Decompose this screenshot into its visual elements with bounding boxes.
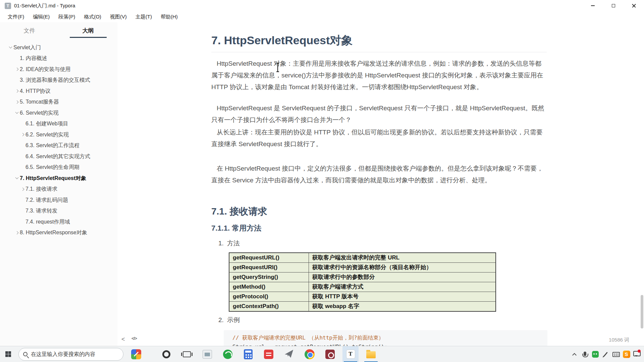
chevron-right-icon[interactable] [20, 187, 25, 192]
taskbar-maroon-app-button[interactable] [322, 346, 338, 362]
taskbar-paper-plane-button[interactable] [281, 346, 297, 362]
list-item[interactable]: 1. 方法 [211, 237, 547, 249]
list-item[interactable]: 2. 示例 [211, 314, 547, 326]
search-input[interactable] [31, 351, 115, 357]
tray-sogou-button[interactable] [621, 346, 632, 362]
outline-item[interactable]: 4. HTTP协议 [0, 86, 117, 97]
doc-heading-2[interactable]: 7.1. 接收请求 [211, 205, 547, 218]
method-cell: getContextPath() [229, 302, 309, 312]
taskbar-task-view-button[interactable] [179, 346, 195, 362]
minimize-button[interactable] [583, 0, 603, 11]
code-block[interactable]: // 获取客户端请求的完整URL （从http开始，到?前面结束） String… [224, 330, 547, 346]
taskbar-red-app-button[interactable] [261, 346, 277, 362]
tab-files[interactable]: 文件 [0, 24, 59, 39]
menu-item[interactable]: 格式(O) [79, 14, 106, 20]
outline-item[interactable]: Servlet入门 [0, 42, 117, 53]
method-cell: getQueryString() [229, 273, 309, 282]
chevron-right-icon[interactable] [14, 67, 20, 72]
outline-item[interactable]: 5. Tomcat服务器 [0, 97, 117, 108]
paragraph[interactable]: 从长远上讲：现在主要用的协议是 HTTP 协议，但以后可能出现更多新的协议。若以… [211, 126, 547, 150]
document: 7. HttpServletRequest对象 HttpServletReque… [117, 33, 644, 346]
menu-item[interactable]: 帮助(H) [156, 14, 182, 20]
editor-area[interactable]: 7. HttpServletRequest对象 HttpServletReque… [117, 22, 644, 346]
outline-item[interactable]: 7.3. 请求转发 [0, 206, 117, 217]
green-swirl-icon [223, 350, 232, 359]
dark-ring-icon [162, 350, 170, 358]
menu-item[interactable]: 视图(V) [106, 14, 131, 20]
chevron-right-icon[interactable] [20, 132, 25, 137]
outline-item[interactable]: 7.1. 接收请求 [0, 184, 117, 195]
tray-wechat-button[interactable] [590, 346, 600, 362]
table-row: getProtocol()获取 HTTP 版本号 [229, 292, 496, 302]
ink-pen-icon [603, 352, 608, 357]
outline-item[interactable]: 1. 内容概述 [0, 53, 117, 64]
source-code-mode-icon[interactable]: </> [131, 336, 137, 341]
doc-heading-1[interactable]: 7. HttpServletRequest对象 [211, 33, 547, 52]
paragraph[interactable]: HttpServletRequest 对象：主要作用是用来接收客户端发送过来的请… [211, 58, 547, 93]
taskbar-image-viewer-button[interactable] [199, 346, 215, 362]
outline-item[interactable]: 6. Servlet的实现 [0, 108, 117, 119]
description-cell: 获取请求行中的资源名称部分（项目名称开始） [309, 263, 496, 273]
chevron-down-icon[interactable] [14, 176, 20, 181]
list-marker: 1. [218, 237, 227, 249]
outline-item-label: 8. HttpServletResponse对象 [20, 229, 87, 236]
menu-item[interactable]: 主题(T) [131, 14, 156, 20]
outline-item[interactable]: 6.4. Servlet的其它实现方式 [0, 151, 117, 162]
methods-table-image[interactable]: getRequestURL()获取客户端发出请求时的完整 URLgetReque… [229, 252, 496, 312]
chevron-spacer [20, 208, 25, 214]
minimize-icon [591, 5, 595, 6]
start-button[interactable] [0, 346, 16, 362]
outline-item[interactable]: 3. 浏览器和服务器的交互模式 [0, 75, 117, 86]
maximize-icon [612, 4, 615, 7]
outline-item[interactable]: 7.4. request作用域 [0, 217, 117, 228]
outline-item-label: Servlet入门 [13, 44, 41, 51]
outline-item[interactable]: 6.2. Servlet的实现 [0, 129, 117, 140]
outline-item-label: 6.3. Servlet的工作流程 [25, 142, 79, 149]
chevron-spacer [14, 78, 20, 83]
tray-chevron-up-button[interactable] [569, 346, 580, 362]
outline-item[interactable]: 6.3. Servlet的工作流程 [0, 140, 117, 152]
maximize-button[interactable] [603, 0, 624, 11]
doc-heading-3[interactable]: 7.1.1. 常用方法 [211, 224, 547, 233]
taskbar-calculator-button[interactable] [240, 346, 256, 362]
taskbar-file-explorer-button[interactable] [363, 346, 379, 362]
chevron-right-icon[interactable] [14, 230, 20, 236]
outline-item[interactable]: 7. HttpServletRequest对象 [0, 173, 117, 184]
taskbar-typora-button[interactable] [342, 346, 359, 362]
menu-item[interactable]: 编辑(E) [29, 14, 54, 20]
chrome-icon [305, 349, 315, 359]
taskbar-green-swirl-button[interactable] [220, 346, 236, 362]
chevron-spacer [20, 165, 25, 170]
tray-notification-button[interactable] [632, 346, 642, 362]
tray-microphone-button[interactable] [580, 346, 590, 362]
outline-item[interactable]: 6.5. Servlet的生命周期 [0, 162, 117, 173]
sidebar-collapse-icon[interactable]: < [121, 336, 125, 343]
table-row: getQueryString()获取请求行中的参数部分 [229, 273, 496, 282]
paragraph[interactable]: 在 HttpServletRequest 接口中，定义的方法很多，但都是围绕接收… [211, 163, 547, 186]
chevron-right-icon[interactable] [14, 88, 20, 94]
vertical-scrollbar[interactable] [641, 295, 643, 328]
outline-item[interactable]: 6.1. 创建Web项目 [0, 119, 117, 130]
tray-keyboard-button[interactable] [611, 346, 621, 362]
tray-ink-pen-button[interactable] [600, 346, 611, 362]
menu-item[interactable]: 文件(F) [3, 14, 29, 20]
taskbar-paint-app-button[interactable] [128, 346, 144, 362]
image-viewer-icon [203, 350, 212, 359]
chevron-spacer [20, 197, 25, 203]
chevron-right-icon[interactable] [14, 100, 20, 105]
outline-item[interactable]: 7.2. 请求乱码问题 [0, 195, 117, 206]
menu-item[interactable]: 段落(P) [54, 14, 79, 20]
taskbar-search[interactable] [18, 348, 123, 361]
tab-outline[interactable]: 大纲 [59, 24, 117, 39]
paragraph[interactable]: HttpServletRequest 是 ServletRequest 的子接口… [211, 102, 547, 126]
chevron-down-icon[interactable] [8, 45, 13, 50]
title-bar: T 01-Servlet入门.md - Typora [0, 0, 644, 11]
outline-item-label: 6.2. Servlet的实现 [25, 131, 69, 138]
description-cell: 获取 HTTP 版本号 [309, 292, 496, 302]
outline-item[interactable]: 2. IDEA的安装与使用 [0, 64, 117, 75]
outline-item[interactable]: 8. HttpServletResponse对象 [0, 228, 117, 239]
taskbar-dark-ring-button[interactable] [158, 346, 174, 362]
taskbar-chrome-button[interactable] [302, 346, 318, 362]
chevron-down-icon[interactable] [14, 110, 20, 116]
close-button[interactable] [624, 0, 644, 11]
